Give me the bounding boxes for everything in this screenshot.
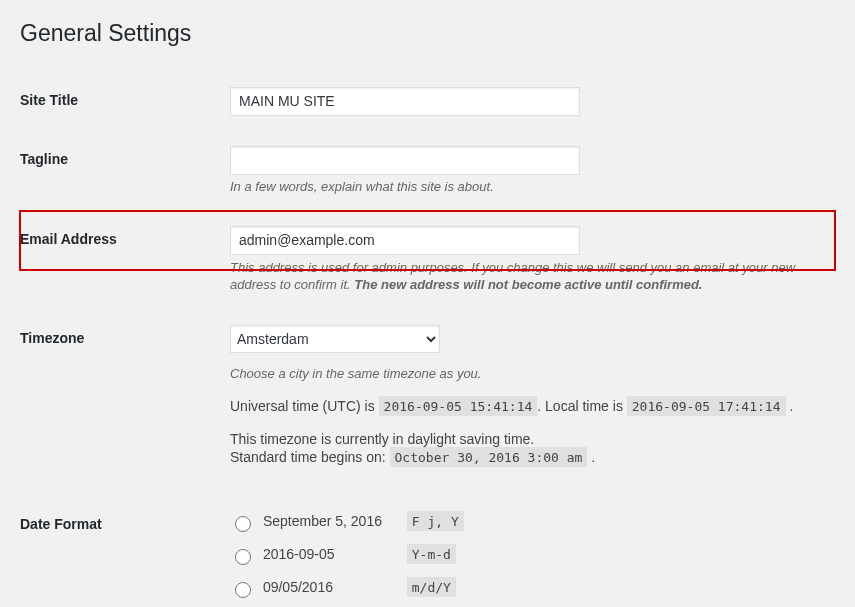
page-title: General Settings	[20, 10, 835, 52]
timezone-utc-local: Universal time (UTC) is 2016-09-05 15:41…	[230, 397, 825, 416]
date-format-option-1[interactable]: 2016-09-05 Y-m-d	[230, 544, 825, 565]
label-timezone: Timezone	[20, 310, 220, 496]
date-format-radio-2[interactable]	[235, 582, 251, 598]
date-format-example-1: 2016-09-05	[263, 544, 403, 564]
local-time-value: 2016-09-05 17:41:14	[627, 396, 786, 416]
row-tagline: Tagline In a few words, explain what thi…	[20, 131, 835, 211]
timezone-select[interactable]: Amsterdam	[230, 325, 440, 353]
date-format-code-1: Y-m-d	[407, 544, 456, 564]
row-email-description: This address is used for admin purposes.…	[20, 270, 835, 310]
row-site-title: Site Title	[20, 72, 835, 131]
std-time-value: October 30, 2016 3:00 am	[390, 447, 588, 467]
row-timezone: Timezone Amsterdam Choose a city in the …	[20, 310, 835, 496]
timezone-dst-info: This timezone is currently in daylight s…	[230, 430, 825, 467]
row-date-format: Date Format September 5, 2016 F j, Y 201…	[20, 496, 835, 607]
date-format-code-0: F j, Y	[407, 511, 464, 531]
date-format-option-2[interactable]: 09/05/2016 m/d/Y	[230, 577, 825, 598]
label-date-format: Date Format	[20, 496, 220, 607]
utc-time-value: 2016-09-05 15:41:14	[379, 396, 538, 416]
date-format-example-0: September 5, 2016	[263, 511, 403, 531]
label-email-address: Email Address	[20, 211, 220, 270]
settings-form-table: Site Title Tagline In a few words, expla…	[20, 72, 835, 607]
label-site-title: Site Title	[20, 72, 220, 131]
timezone-description: Choose a city in the same timezone as yo…	[230, 366, 825, 383]
site-title-input[interactable]	[230, 87, 580, 116]
date-format-option-0[interactable]: September 5, 2016 F j, Y	[230, 511, 825, 532]
date-format-radio-0[interactable]	[235, 516, 251, 532]
date-format-code-2: m/d/Y	[407, 577, 456, 597]
date-format-radio-1[interactable]	[235, 549, 251, 565]
date-format-options: September 5, 2016 F j, Y 2016-09-05 Y-m-…	[230, 511, 825, 598]
email-field[interactable]	[230, 226, 580, 255]
tagline-description: In a few words, explain what this site i…	[230, 179, 825, 196]
label-tagline: Tagline	[20, 131, 220, 211]
date-format-example-2: 09/05/2016	[263, 577, 403, 597]
tagline-input[interactable]	[230, 146, 580, 175]
email-description: This address is used for admin purposes.…	[230, 260, 825, 294]
